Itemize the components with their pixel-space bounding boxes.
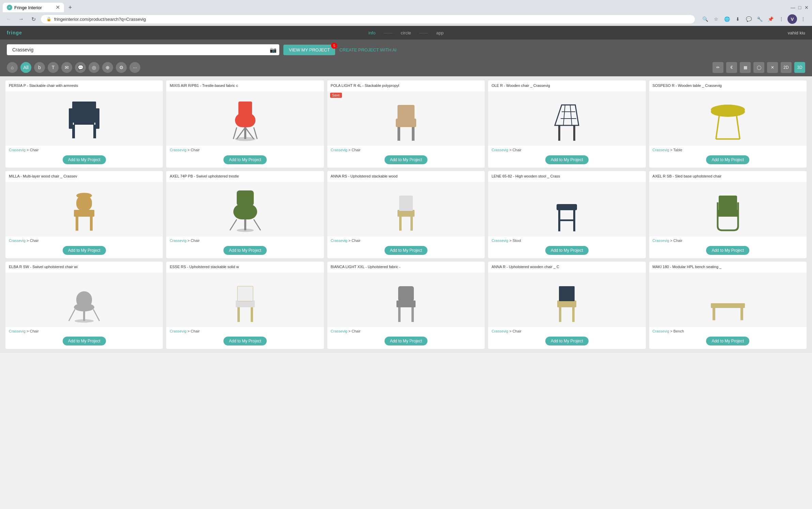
product-title: ANNA RS - Upholstered stackable wood [327, 171, 485, 182]
nav-info[interactable]: info [368, 30, 375, 35]
address-bar[interactable]: 🔒 fringeinterior.com/product/search?q=Cr… [41, 15, 695, 24]
product-image [327, 91, 485, 146]
b-filter-button[interactable]: b [34, 62, 45, 73]
2d-view-button[interactable]: 2D [781, 62, 792, 73]
camera-search-button[interactable]: 📷 [270, 47, 277, 53]
svg-rect-5 [95, 108, 99, 129]
products-grid: PERSIA P - Stackable chair with armrests… [5, 80, 807, 349]
bookmark-button[interactable]: ☆ [711, 14, 721, 24]
app-user[interactable]: vahid kiu [788, 30, 805, 35]
add-to-project-button[interactable]: Add to My Project [545, 337, 589, 345]
gear-filter-button[interactable]: ⚙ [116, 62, 127, 73]
product-category: Crassevig > Chair [5, 236, 163, 244]
add-to-project-button[interactable]: Add to My Project [385, 246, 428, 255]
svg-rect-62 [559, 306, 561, 322]
add-to-project-button[interactable]: Add to My Project [545, 246, 589, 255]
product-title: MAKI 180 - Modular HPL bench seating _ [649, 262, 807, 273]
product-title: ELBA R SW - Swivel upholstered chair wi [5, 262, 163, 273]
minimize-button[interactable]: — [790, 5, 796, 10]
extension2-button[interactable]: 🔧 [755, 14, 764, 24]
add-to-project-button[interactable]: Add to My Project [223, 155, 267, 164]
chat-filter-button[interactable]: 💬 [75, 62, 86, 73]
pencil-view-button[interactable]: ✏ [713, 62, 723, 73]
nav-circle[interactable]: circle [401, 30, 411, 35]
new-tab-button[interactable]: + [65, 3, 75, 12]
svg-rect-15 [238, 102, 252, 115]
more-filter-button[interactable]: ··· [129, 62, 140, 73]
add-to-project-button[interactable]: Add to My Project [63, 155, 106, 164]
add-to-project-button[interactable]: Add to My Project [385, 337, 428, 345]
circle-view-button[interactable]: ◯ [753, 62, 764, 73]
save-badge[interactable]: Save [330, 93, 342, 98]
forward-button[interactable]: → [16, 14, 26, 24]
product-title: ESSE RS - Upholstered stackable solid w [166, 262, 324, 273]
nav-divider-2: —— [419, 30, 428, 35]
add-btn-row: Add to My Project [649, 335, 807, 349]
3d-view-button[interactable]: 3D [794, 62, 805, 73]
home-filter-button[interactable]: ⌂ [7, 62, 18, 73]
svg-rect-20 [558, 125, 560, 141]
create-project-button[interactable]: CREATE PROJECT WITH AI [339, 47, 396, 52]
extension3-button[interactable]: 📌 [766, 14, 775, 24]
extension1-button[interactable]: 💬 [744, 14, 753, 24]
svg-rect-39 [410, 215, 413, 231]
menu-button[interactable]: ⋮ [798, 14, 808, 24]
plus-filter-button[interactable]: ⊕ [102, 62, 113, 73]
product-title: POLA LIGHT R 4L - Stackable polypropyl [327, 80, 485, 91]
maximize-button[interactable]: □ [797, 5, 802, 10]
product-card: OLE R - Wooden chair _ CrassevigCrassevi… [488, 80, 645, 168]
reload-button[interactable]: ↻ [29, 14, 38, 24]
products-area: PERSIA P - Stackable chair with armrests… [0, 76, 812, 353]
download-button[interactable]: ⬇ [733, 14, 743, 24]
view-project-button[interactable]: VIEW MY PROJECT 5 [283, 45, 335, 55]
tab-title: Fringe Interior [14, 5, 53, 10]
add-to-project-button[interactable]: Add to My Project [385, 155, 428, 164]
back-button[interactable]: ← [4, 14, 14, 24]
add-to-project-button[interactable]: Add to My Project [706, 246, 749, 255]
add-to-project-button[interactable]: Add to My Project [545, 155, 589, 164]
active-tab[interactable]: F Fringe Interior ✕ [3, 3, 64, 12]
add-to-project-button[interactable]: Add to My Project [63, 337, 106, 345]
profile-button[interactable]: V [787, 14, 797, 24]
close-button[interactable]: ✕ [804, 5, 809, 10]
product-title: MILLA - Multi-layer wood chair _ Crassev [5, 171, 163, 182]
add-to-project-button[interactable]: Add to My Project [223, 337, 267, 345]
tab-close-button[interactable]: ✕ [56, 5, 60, 10]
add-to-project-button[interactable]: Add to My Project [706, 155, 749, 164]
add-btn-row: Add to My Project [5, 244, 163, 258]
tab-bar: F Fringe Interior ✕ + — □ ✕ [0, 0, 812, 12]
svg-rect-68 [711, 303, 745, 308]
add-btn-row: Add to My Project [166, 335, 324, 349]
tab-favicon: F [7, 5, 12, 10]
product-card: ANNA R - Upholstered wooden chair _ CCra… [488, 262, 645, 349]
product-category: Crassevig > Chair [327, 327, 485, 335]
product-card: AXEL R SB - Sled base upholstered chairC… [649, 171, 807, 258]
x-view-button[interactable]: ✕ [767, 62, 778, 73]
add-to-project-button[interactable]: Add to My Project [63, 246, 106, 255]
add-btn-row: Add to My Project [649, 244, 807, 258]
search-action-button[interactable]: 🔍 [700, 14, 710, 24]
all-filter-button[interactable]: All [20, 62, 31, 73]
svg-line-51 [93, 309, 99, 321]
product-title: LENE 65-82 - High wooden stool _ Crass [488, 171, 645, 182]
add-to-project-button[interactable]: Add to My Project [706, 337, 749, 345]
translate-button[interactable]: 🌐 [722, 14, 732, 24]
product-card: ESSE RS - Upholstered stackable solid wC… [166, 262, 324, 349]
product-title: AXEL R SB - Sled base upholstered chair [649, 171, 807, 182]
product-image [5, 91, 163, 146]
nav-app[interactable]: app [436, 30, 444, 35]
product-image [649, 91, 807, 146]
euro-view-button[interactable]: € [726, 62, 737, 73]
add-to-project-button[interactable]: Add to My Project [223, 246, 267, 255]
svg-line-50 [69, 309, 75, 321]
product-category: Crassevig > Chair [649, 236, 807, 244]
product-category: Crassevig > Chair [327, 146, 485, 153]
search-input[interactable] [7, 44, 279, 55]
extensions-button[interactable]: ⋮ [777, 14, 786, 24]
t-filter-button[interactable]: T [48, 62, 59, 73]
layers-view-button[interactable]: ▦ [740, 62, 751, 73]
svg-line-34 [230, 219, 237, 230]
mail-filter-button[interactable]: ✉ [61, 62, 72, 73]
product-category: Crassevig > Chair [166, 146, 324, 153]
circle-filter-button[interactable]: ◎ [89, 62, 99, 73]
